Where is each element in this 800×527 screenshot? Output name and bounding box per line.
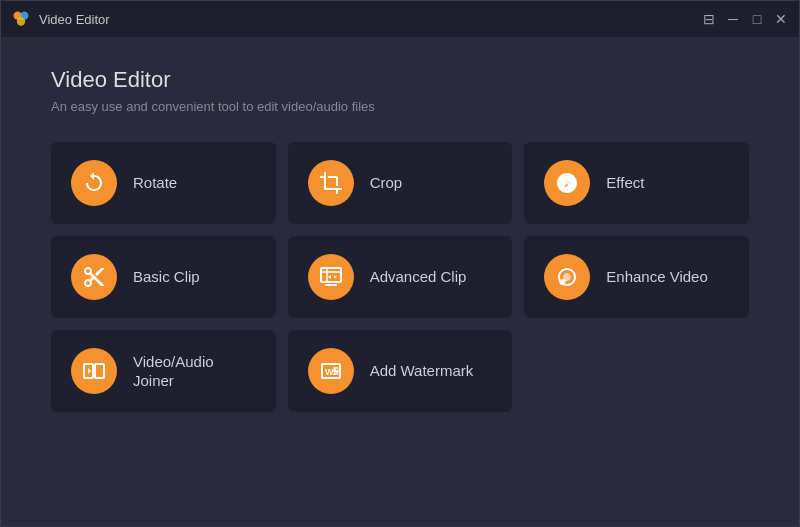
enhance-icon: [555, 265, 579, 289]
tool-crop[interactable]: Crop: [288, 142, 513, 224]
crop-icon-circle: [308, 160, 354, 206]
tool-effect[interactable]: Effect: [524, 142, 749, 224]
advanced-clip-icon: [319, 265, 343, 289]
effect-icon: [555, 171, 579, 195]
main-window: Video Editor ⊟ ─ □ ✕ Video Editor An eas…: [0, 0, 800, 527]
app-logo: [11, 9, 31, 29]
svg-rect-8: [325, 284, 337, 286]
svg-rect-11: [95, 364, 104, 378]
tool-advanced-clip[interactable]: Advanced Clip: [288, 236, 513, 318]
tool-add-watermark[interactable]: WM Add Watermark: [288, 330, 513, 412]
effect-icon-circle: [544, 160, 590, 206]
basic-clip-label: Basic Clip: [133, 267, 200, 287]
scissors-icon: [82, 265, 106, 289]
basic-clip-icon-circle: [71, 254, 117, 300]
tool-basic-clip[interactable]: Basic Clip: [51, 236, 276, 318]
tools-grid: Rotate Crop: [51, 142, 749, 412]
svg-point-2: [17, 17, 25, 25]
crop-icon: [319, 171, 343, 195]
restore-button[interactable]: ⊟: [701, 11, 717, 27]
close-button[interactable]: ✕: [773, 11, 789, 27]
watermark-icon-circle: WM: [308, 348, 354, 394]
tool-enhance-video[interactable]: Enhance Video: [524, 236, 749, 318]
tool-rotate[interactable]: Rotate: [51, 142, 276, 224]
joiner-icon: [82, 359, 106, 383]
title-bar: Video Editor ⊟ ─ □ ✕: [1, 1, 799, 37]
advanced-clip-icon-circle: [308, 254, 354, 300]
window-title: Video Editor: [39, 12, 701, 27]
effect-label: Effect: [606, 173, 644, 193]
window-controls: ⊟ ─ □ ✕: [701, 11, 789, 27]
add-watermark-label: Add Watermark: [370, 361, 474, 381]
enhance-icon-circle: [544, 254, 590, 300]
svg-point-12: [93, 370, 96, 373]
watermark-icon: WM: [319, 359, 343, 383]
minimize-button[interactable]: ─: [725, 11, 741, 27]
content-area: Video Editor An easy use and convenient …: [1, 37, 799, 526]
maximize-button[interactable]: □: [749, 11, 765, 27]
joiner-icon-circle: [71, 348, 117, 394]
rotate-label: Rotate: [133, 173, 177, 193]
crop-label: Crop: [370, 173, 403, 193]
rotate-icon-circle: [71, 160, 117, 206]
tool-video-audio-joiner[interactable]: Video/Audio Joiner: [51, 330, 276, 412]
page-title: Video Editor: [51, 67, 749, 93]
video-audio-joiner-label: Video/Audio Joiner: [133, 352, 214, 391]
enhance-video-label: Enhance Video: [606, 267, 707, 287]
rotate-icon: [82, 171, 106, 195]
page-subtitle: An easy use and convenient tool to edit …: [51, 99, 749, 114]
advanced-clip-label: Advanced Clip: [370, 267, 467, 287]
